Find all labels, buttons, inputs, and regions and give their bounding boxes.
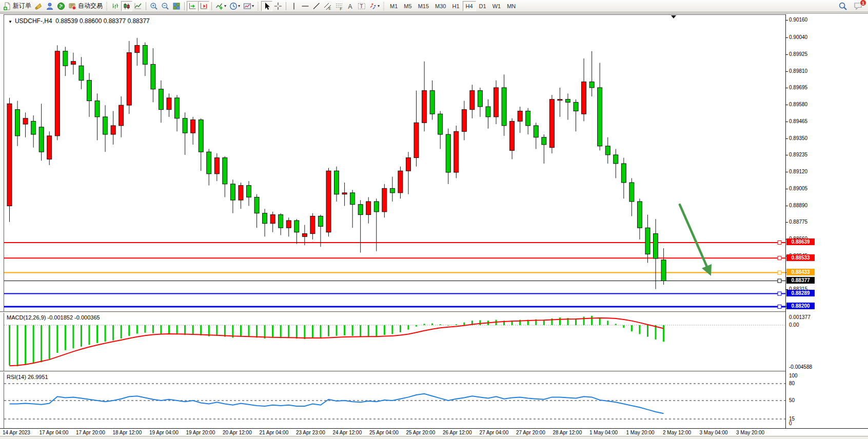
timeframe-button-d1[interactable]: D1: [476, 1, 489, 11]
autotrading-button[interactable]: 自动交易: [67, 1, 104, 11]
macd-label: MACD(12,26,9) -0.001852 -0.000365: [7, 314, 100, 321]
macd-axis-label: 0.00: [789, 322, 799, 328]
search-button[interactable]: [837, 1, 849, 11]
vertical-line-button[interactable]: [288, 1, 300, 11]
timeframe-label: M1: [390, 3, 398, 9]
timeframe-button-m15[interactable]: M15: [415, 1, 432, 11]
new-order-button[interactable]: 新订单: [2, 1, 33, 11]
person-chart-icon: [46, 2, 54, 10]
new-order-icon: [3, 2, 11, 10]
time-axis[interactable]: 14 Apr 202317 Apr 04:0017 Apr 20:0018 Ap…: [0, 428, 868, 435]
level-price-chip: 0.88289: [786, 290, 815, 296]
timeframe-label: D1: [479, 3, 486, 9]
timeframe-label: H1: [452, 3, 459, 9]
chart-quotes: 0.88539 0.88600 0.88377 0.88377: [55, 17, 150, 25]
crosshair-icon: [274, 2, 282, 10]
timeframe-button-mn[interactable]: MN: [504, 1, 519, 11]
axis-tick-mark: [786, 138, 788, 139]
bar-chart-button[interactable]: [110, 1, 121, 11]
timeframe-button-h4[interactable]: H4: [463, 1, 476, 11]
text-label-button[interactable]: T: [356, 1, 367, 11]
fibonacci-button[interactable]: F: [333, 1, 345, 11]
autotrading-icon: [68, 2, 76, 10]
time-tick-label: 17 Apr 04:00: [40, 430, 69, 435]
rsi-panel[interactable]: RSI(14) 26.9951: [4, 372, 785, 428]
candlestick-chart[interactable]: [4, 15, 785, 311]
text-icon: A: [346, 2, 354, 10]
axis-tick-mark: [786, 206, 788, 206]
level-price-chip: 0.88200: [786, 303, 815, 309]
price-axis[interactable]: 0.901600.900400.899250.898100.896950.895…: [785, 14, 868, 428]
axis-tick-mark: [786, 88, 788, 88]
time-tick-label: 20 Apr 12:00: [223, 430, 252, 435]
axis-tick-mark: [786, 20, 788, 21]
time-tick-label: 26 Apr 12:00: [443, 430, 472, 435]
chat-button[interactable]: 1: [852, 1, 865, 11]
axis-tick-mark: [786, 71, 788, 72]
price-tick-label: 0.89235: [789, 152, 807, 157]
text-button[interactable]: A: [345, 1, 356, 11]
chart-shift-button[interactable]: [198, 1, 209, 11]
rsi-chart[interactable]: [4, 372, 785, 428]
toolbar-grip: [257, 2, 260, 10]
market-depth-button[interactable]: [44, 1, 55, 11]
arrows-tool-button[interactable]: ▾: [367, 1, 381, 11]
auto-scroll-button[interactable]: [187, 1, 198, 11]
macd-chart[interactable]: [4, 313, 785, 371]
bar-chart-icon: [111, 2, 120, 10]
time-tick-label: 2 May 12:00: [663, 430, 691, 435]
periods-button[interactable]: ▾: [228, 1, 242, 11]
timeframe-bar: M1M5M15M30H1H4D1W1MN: [387, 1, 519, 11]
signals-button[interactable]: [55, 1, 67, 11]
horn-button[interactable]: [33, 1, 44, 11]
current-price-chip: 0.88377: [786, 277, 815, 284]
price-tick-label: 0.89925: [789, 51, 807, 57]
new-order-label: 新订单: [13, 2, 31, 10]
candlestick-button[interactable]: [121, 1, 132, 11]
horizontal-line-button[interactable]: [300, 1, 311, 11]
timeframe-button-m5[interactable]: M5: [401, 1, 415, 11]
axis-tick-mark: [786, 189, 788, 189]
level-price-chip: 0.88533: [786, 254, 815, 261]
trendline-button[interactable]: [311, 1, 322, 11]
price-tick-label: 0.89695: [789, 85, 807, 90]
templates-button[interactable]: ▾: [242, 1, 255, 11]
indicators-button[interactable]: ▾: [214, 1, 228, 11]
macd-axis-label: -0.004588: [789, 364, 812, 370]
timeframe-button-h1[interactable]: H1: [449, 1, 462, 11]
timeframe-label: H4: [466, 3, 473, 9]
vertical-line-icon: [290, 2, 298, 10]
zoom-in-button[interactable]: [148, 1, 160, 11]
time-tick-label: 17 Apr 20:00: [76, 430, 105, 435]
svg-text:E: E: [329, 7, 331, 10]
rsi-axis-label: 50: [789, 397, 795, 403]
symbol-dropdown-icon[interactable]: ▼: [8, 19, 12, 24]
timeframe-button-m1[interactable]: M1: [387, 1, 401, 11]
time-tick-label: 25 Apr 04:00: [369, 430, 399, 435]
tile-windows-icon: [172, 2, 181, 10]
main-chart-panel[interactable]: ▼USDCHF-,H4 0.88539 0.88600 0.88377 0.88…: [4, 14, 785, 311]
tile-windows-button[interactable]: [171, 1, 182, 11]
chart-shift-marker[interactable]: [671, 15, 676, 18]
arrows-tool-icon: [369, 2, 377, 10]
timeframe-button-m30[interactable]: M30: [432, 1, 449, 11]
zoom-out-button[interactable]: [160, 1, 171, 11]
timeframe-button-w1[interactable]: W1: [489, 1, 504, 11]
time-tick-label: 3 May 04:00: [700, 430, 728, 435]
cursor-button[interactable]: [261, 1, 272, 11]
timeframe-label: M5: [404, 3, 411, 9]
timeframe-label: W1: [492, 3, 501, 9]
timeframe-label: M30: [435, 3, 446, 9]
axis-tick-mark: [786, 172, 788, 172]
candlestick-icon: [123, 2, 131, 10]
svg-text:T: T: [360, 4, 363, 9]
toolbar-separator: [184, 2, 185, 10]
rsi-axis-label: 0: [789, 421, 792, 426]
line-chart-button[interactable]: [132, 1, 144, 11]
time-tick-label: 25 Apr 20:00: [406, 430, 436, 435]
axis-tick-mark: [786, 105, 788, 105]
channel-icon: E: [324, 2, 332, 10]
macd-panel[interactable]: MACD(12,26,9) -0.001852 -0.000365: [4, 313, 785, 371]
crosshair-button[interactable]: [272, 1, 284, 11]
equidistant-channel-button[interactable]: E: [322, 1, 333, 11]
